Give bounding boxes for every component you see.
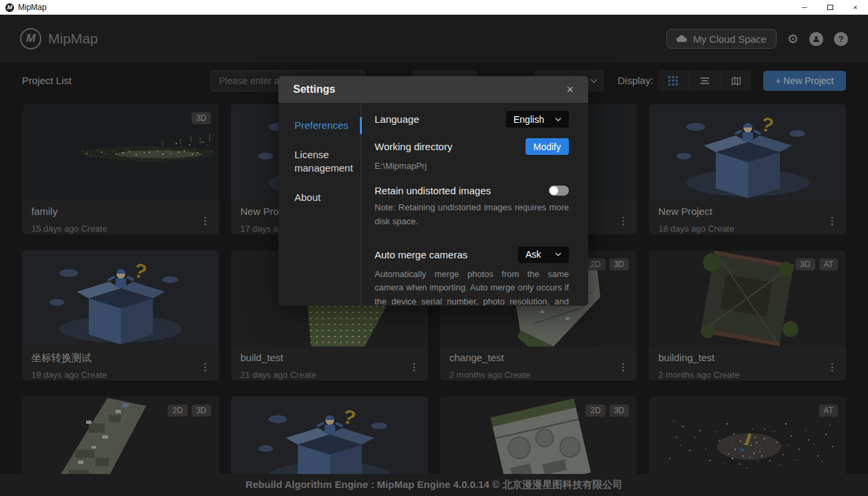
modify-button[interactable]: Modify [525, 138, 569, 155]
maximize-button[interactable] [817, 0, 843, 15]
auto-merge-select[interactable]: Ask [518, 246, 569, 263]
auto-merge-note: Automatically merge photos from the same… [375, 268, 569, 306]
working-directory-label: Working directory [375, 141, 452, 152]
modal-close-button[interactable]: × [566, 83, 574, 95]
chevron-down-icon [555, 252, 562, 256]
os-titlebar: M MipMap ─ × [0, 0, 868, 15]
settings-modal-title: Settings [293, 83, 335, 95]
language-select[interactable]: English [506, 111, 569, 128]
language-value: English [513, 114, 544, 125]
app-icon: M [5, 3, 14, 12]
chevron-down-icon [555, 117, 562, 121]
settings-nav: Preferences License management About [278, 103, 361, 306]
settings-modal: Settings × Preferences License managemen… [278, 76, 588, 306]
settings-content: Language English Working directory Modif… [361, 103, 588, 306]
nav-item-license-management[interactable]: License management [278, 148, 361, 175]
retain-images-row: Retain undistorted images [375, 185, 569, 196]
retain-images-note: Note: Retaining undistorted images requi… [375, 201, 569, 229]
working-directory-row: Working directory Modify [375, 138, 569, 155]
window-title: MipMap [18, 3, 47, 12]
retain-images-label: Retain undistorted images [375, 185, 491, 196]
nav-item-preferences[interactable]: Preferences [278, 119, 361, 132]
auto-merge-value: Ask [525, 249, 541, 260]
close-button[interactable]: × [843, 0, 868, 15]
language-row: Language English [375, 111, 569, 128]
settings-modal-header[interactable]: Settings × [278, 76, 588, 103]
auto-merge-row: Auto merge cameras Ask [375, 246, 569, 263]
maximize-icon [827, 5, 833, 10]
minimize-button[interactable]: ─ [792, 0, 817, 15]
language-label: Language [375, 113, 419, 125]
working-directory-value: E:\MipmapPrj [375, 161, 569, 171]
auto-merge-label: Auto merge cameras [375, 249, 467, 260]
retain-images-toggle[interactable] [549, 186, 569, 196]
nav-item-about[interactable]: About [278, 191, 361, 204]
